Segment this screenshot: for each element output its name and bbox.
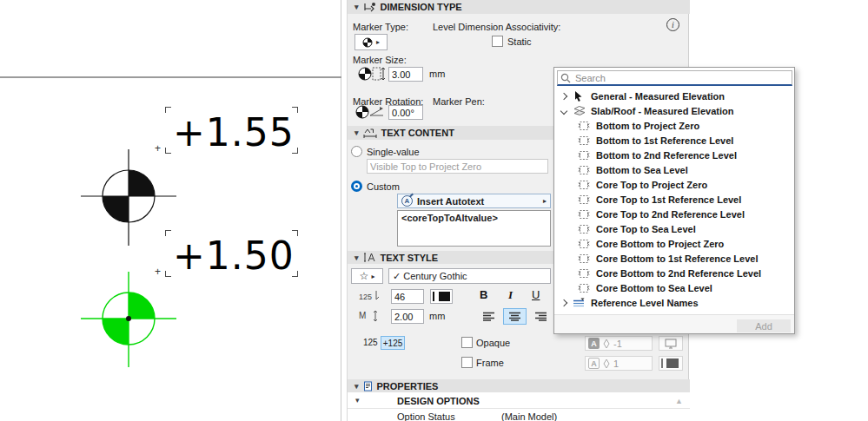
scroll-up-icon[interactable]: ▲ xyxy=(675,397,683,405)
selection-handle[interactable] xyxy=(292,148,298,154)
bold-button[interactable]: B xyxy=(480,288,487,301)
collapse-icon[interactable]: ▾ xyxy=(354,3,359,11)
chevron-down-icon[interactable] xyxy=(560,107,567,114)
properties-list: ▾ DESIGN OPTIONS ▲ Option Status (Main M… xyxy=(348,392,690,421)
tree-label: Core Top to 2nd Reference Level xyxy=(596,209,745,220)
frame-label[interactable]: Frame xyxy=(476,358,504,368)
dim-icon xyxy=(578,224,592,234)
selection-handle[interactable] xyxy=(165,148,171,154)
swatch-bar-icon xyxy=(433,292,434,301)
collapse-icon[interactable]: ▾ xyxy=(354,382,359,391)
tree-item[interactable]: Core Bottom to Project Zero xyxy=(554,236,794,251)
tree-item[interactable]: Core Bottom to Sea Level xyxy=(554,280,794,295)
pen-nib-icon xyxy=(603,339,610,349)
tree-item[interactable]: Core Top to Project Zero xyxy=(554,177,794,192)
selection-handle[interactable] xyxy=(165,107,171,113)
static-checkbox[interactable] xyxy=(492,36,503,47)
tree-item[interactable]: Core Bottom to 1st Reference Level xyxy=(554,251,794,266)
collapse-icon[interactable]: ▾ xyxy=(354,253,359,262)
selection-handle[interactable] xyxy=(165,271,171,277)
level-tree: General - Measured ElevationSlab/Roof - … xyxy=(554,89,794,310)
custom-label[interactable]: Custom xyxy=(367,181,400,192)
search-input[interactable] xyxy=(557,70,792,86)
section-header-properties[interactable]: ▾ PROPERTIES xyxy=(348,379,690,392)
design-options-group[interactable]: DESIGN OPTIONS xyxy=(397,396,480,406)
tree-label: Core Bottom to 2nd Reference Level xyxy=(596,268,761,279)
opaque-label[interactable]: Opaque xyxy=(476,338,510,348)
tree-label: Reference Level Names xyxy=(591,298,699,308)
tree-label: Bottom to Project Zero xyxy=(596,121,699,131)
section-title: TEXT CONTENT xyxy=(381,128,454,138)
underline-button[interactable]: U xyxy=(532,288,540,301)
anchor-handle[interactable]: + xyxy=(155,142,161,155)
section-header-dimension-type[interactable]: ▾ DIMENSION TYPE xyxy=(348,0,690,14)
chevron-right-icon[interactable] xyxy=(560,299,567,306)
selection-handle[interactable] xyxy=(165,230,171,236)
custom-radio[interactable] xyxy=(351,181,362,192)
marker-type-button[interactable]: ▸ xyxy=(354,34,388,50)
property-row-value[interactable]: (Main Model) xyxy=(501,411,557,421)
tree-group[interactable]: General - Measured Elevation xyxy=(554,89,794,103)
static-label[interactable]: Static xyxy=(507,36,532,47)
tree-item[interactable]: Core Bottom to 2nd Reference Level xyxy=(554,266,794,280)
single-value-radio[interactable] xyxy=(351,146,362,157)
property-row-label[interactable]: Option Status xyxy=(397,411,455,421)
frame-pen-swatch[interactable] xyxy=(659,356,683,371)
insert-autotext-button[interactable]: A Insert Autotext ▸ xyxy=(397,194,551,208)
superscript-on-button[interactable]: +125 xyxy=(381,336,405,350)
insert-autotext-label: Insert Autotext xyxy=(417,196,539,207)
tree-item[interactable]: Core Top to Sea Level xyxy=(554,221,794,236)
superscript-off-button[interactable]: 125 xyxy=(363,338,378,347)
tree-item[interactable]: Bottom to Project Zero xyxy=(554,118,794,133)
associativity-label: Level Dimension Associativity: xyxy=(433,22,560,32)
dim-icon xyxy=(578,135,592,146)
align-center-button[interactable] xyxy=(503,308,527,325)
marker-size-input[interactable] xyxy=(388,67,423,82)
align-left-icon xyxy=(482,312,495,321)
marker-rotation-input[interactable] xyxy=(388,105,423,120)
opaque-checkbox[interactable] xyxy=(461,337,473,348)
dim-icon xyxy=(578,150,592,161)
level-marker-green[interactable] xyxy=(78,269,182,370)
custom-text-area[interactable]: <coreTopToAltvalue> xyxy=(397,210,551,247)
tree-item[interactable]: Core Top to 1st Reference Level xyxy=(554,192,794,207)
align-right-button[interactable] xyxy=(529,308,553,325)
dropdown-arrow-icon: ▸ xyxy=(371,273,374,280)
tree-group[interactable]: Slab/Roof - Measured Elevation xyxy=(554,103,794,118)
add-button[interactable]: Add xyxy=(737,319,791,332)
tree-item[interactable]: Bottom to 1st Reference Level xyxy=(554,133,794,148)
anchor-handle[interactable]: + xyxy=(155,266,161,278)
tree-label: General - Measured Elevation xyxy=(591,91,725,102)
text-color-swatch[interactable] xyxy=(430,289,453,304)
marker-type-label: Marker Type: xyxy=(353,22,408,32)
single-value-label[interactable]: Single-value xyxy=(367,147,420,157)
tree-item[interactable]: Core Top to 2nd Reference Level xyxy=(554,207,794,221)
text-height-unit: mm xyxy=(429,311,445,321)
text-height-input[interactable] xyxy=(391,309,424,324)
italic-button[interactable]: I xyxy=(508,288,513,302)
info-icon[interactable]: i xyxy=(666,18,679,31)
drawing-canvas[interactable]: +1.55 + +1.50 + xyxy=(0,0,341,421)
screen-only-button[interactable] xyxy=(659,336,683,351)
marker-glyph-icon xyxy=(362,36,374,48)
selection-handle[interactable] xyxy=(292,271,298,277)
dimension-text-1[interactable]: +1.55 xyxy=(173,110,295,155)
monitor-icon xyxy=(665,339,677,349)
tree-group[interactable]: Reference Level Names xyxy=(554,295,794,310)
dimension-text-2[interactable]: +1.50 xyxy=(173,234,295,278)
selection-handle[interactable] xyxy=(292,107,298,113)
tree-item[interactable]: Bottom to Sea Level xyxy=(554,162,794,177)
font-select[interactable]: ✓ Century Gothic xyxy=(388,268,551,284)
favorites-button[interactable]: ☆ ▸ xyxy=(351,268,383,284)
tree-item[interactable]: Bottom to 2nd Reference Level xyxy=(554,148,794,162)
chevron-right-icon[interactable] xyxy=(560,92,567,99)
frame-checkbox[interactable] xyxy=(461,357,473,368)
marker-rotation-icon xyxy=(354,103,386,120)
align-left-button[interactable] xyxy=(477,308,500,325)
collapse-icon[interactable]: ▾ xyxy=(354,128,359,137)
dim-icon xyxy=(578,165,592,175)
selection-handle[interactable] xyxy=(292,230,298,236)
collapse-icon[interactable]: ▾ xyxy=(355,396,360,405)
check-icon: ✓ xyxy=(393,271,401,282)
font-size-input[interactable] xyxy=(391,289,424,304)
